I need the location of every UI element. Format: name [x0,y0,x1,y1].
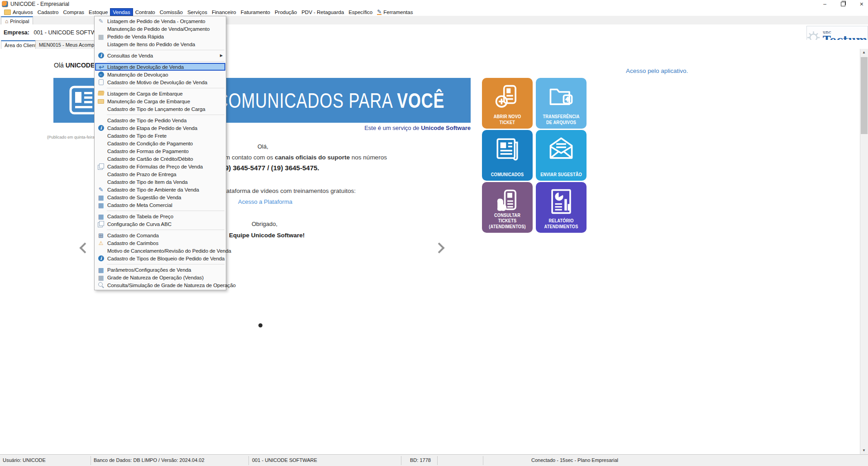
menu-item[interactable]: Cadastro de Carimbos [95,239,226,247]
tab-meus-acompanhamentos[interactable]: MEN0015 - Meus Acompanhament [35,40,97,49]
menu-item-icon [97,282,105,289]
vertical-scrollbar[interactable]: ▲ ▼ [860,49,868,454]
menu-item[interactable]: Cadastro de Meta Comercial [95,201,226,209]
access-app-link[interactable]: Acesso pelo aplicativo. [626,67,688,74]
menu-item-label: Consulta/Simulação de Grade de Natureza … [107,283,236,288]
tile-enviar-sugestao[interactable]: ENVIAR SUGESTÃO [536,130,587,181]
menubar-item-label: Serviços [187,10,207,15]
status-bar: Usuário: UNICODE Banco de Dados: DB LIMP… [0,454,868,466]
menu-item[interactable]: Cadastro de Tipo de Lançamento de Carga [95,105,226,113]
menu-item-icon [97,18,105,25]
menubar-item[interactable]: Vendas [110,8,133,16]
menu-item[interactable]: Manutenção de Devoluçao [95,71,226,78]
carousel-next-icon[interactable] [434,242,444,253]
menu-item [95,113,226,116]
restore-icon[interactable] [841,2,845,6]
menu-item[interactable]: Listagem de Pedido de Venda - Orçamento [95,17,226,25]
carousel-dot[interactable] [258,323,262,327]
menubar-item[interactable]: Financeiro [210,8,238,16]
tile-label: TRANSFERÊNCIA DE ARQUIVOS [539,114,583,125]
menubar-item[interactable]: Estoque [86,8,110,16]
menubar-item[interactable]: Ferramentas [375,8,415,16]
menu-item[interactable]: Cadastro de Motivo de Devolução de Venda [95,78,226,86]
menu-item[interactable]: Cadastro de Tabela de Preço [95,212,226,220]
menu-item[interactable]: Cadastro de Comanda [95,231,226,239]
menu-item-label: Configuração de Curva ABC [107,221,172,227]
menu-item[interactable]: Consulta/Simulação de Grade de Natureza … [95,281,226,289]
menubar-item[interactable]: Arquivos [2,8,35,16]
menubar-item[interactable]: Compras [61,8,86,16]
menu-item[interactable]: Cadastro de Tipo de Ambiente da Venda [95,186,226,193]
menubar-item[interactable]: Faturamento [238,8,272,16]
menu-item[interactable]: Motivo de Cancelamento/Revisão do Pedido… [95,247,226,255]
status-separator [401,456,401,465]
tile-consultar-tickets[interactable]: CONSULTAR TICKETS (ATENDIMENTOS) [482,182,533,233]
menu-item[interactable]: Manutenção de Carga de Embarque [95,97,226,105]
menu-item-icon [97,247,105,255]
carousel-prev-icon[interactable] [79,242,90,253]
menubar-item-label: Vendas [113,10,130,15]
menu-item[interactable]: Cadastro de Tipo de Pedido Venda [95,116,226,124]
menubar-item[interactable]: Serviços [185,8,210,16]
menu-item[interactable]: Cadastro de Cartão de Crédito/Débito [95,155,226,163]
menu-item-icon [97,178,105,186]
menu-item[interactable]: Manutenção de Pedido de Venda/Orçamento [95,25,226,33]
minimize-icon[interactable]: – [823,0,826,8]
menu-item[interactable]: Cadastro de Prazo de Entrega [95,170,226,178]
menu-item-label: Manutenção de Carga de Embarque [107,99,190,104]
service-note: Este é um serviço de Unicode Software [290,125,471,131]
platform-link[interactable]: Acesso a Plataforma [238,198,292,205]
menu-item[interactable]: Consultas de Venda [95,52,226,59]
menu-item-label: Cadastro de Tipo de Pedido Venda [107,118,186,123]
tile-transferencia-de-arquivos[interactable]: TRANSFERÊNCIA DE ARQUIVOS [536,78,587,129]
menubar-item[interactable]: Específico [346,8,375,16]
menu-item-label: Listagem de Carga de Embarque [107,91,183,96]
menu-item-label: Cadastro de Tipo de Ambiente da Venda [107,187,199,192]
service-note-prefix: Este é um serviço de [364,125,421,131]
window-title: UNICODE - Empresarial [10,1,69,7]
menu-item[interactable]: Listagem de Devolução de Venda [95,63,225,71]
menu-item[interactable]: Cadastro de Tipos de Bloqueio de Pedido … [95,255,226,262]
window-controls: – × [823,0,863,8]
menu-item-label: Cadastro de Tabela de Preço [107,214,173,219]
tile-relatorio-atendimentos[interactable]: RELATÓRIO ATENDIMENTOS [536,182,587,233]
menu-item[interactable]: Cadastro de Formas de Pagamento [95,147,226,155]
banner-title-bold: VOCÊ [397,89,444,112]
menu-item[interactable]: Listagem de Itens do Pedido de Venda [95,40,226,48]
menu-item[interactable]: Cadastro de Tipo de Item da Venda [95,178,226,186]
menu-item-label: Cadastro de Tipo de Item da Venda [107,179,188,185]
menubar-item[interactable]: Produção [272,8,299,16]
menu-item[interactable]: Cadastro de Condição de Pagamento [95,139,226,147]
support-phones: 9) 3645-5477 / (19) 3645-5475. [225,164,319,172]
menubar-item[interactable]: Comissão [157,8,185,16]
menu-item-label: Manutenção de Pedido de Venda/Orçamento [107,26,210,32]
menu-item-icon [97,71,105,78]
menubar-item[interactable]: Cadastro [35,8,61,16]
tab-principal[interactable]: ⌂ Principal [1,16,33,25]
menu-item[interactable]: Grade de Natureza de Operação (Vendas) [95,274,226,281]
menu-item-label: Cadastro de Sugestão de Venda [107,195,181,200]
menu-item-label: Listagem de Devolução de Venda [107,64,184,70]
menu-item[interactable]: Cadastro de Tipo de Frete [95,132,226,139]
application-window: UNICODE - Empresarial – × Arquivos Cadas… [0,0,868,466]
menu-item[interactable]: Cadastro de Fórmulas de Preço de Venda [95,163,226,170]
menubar-item[interactable]: PDV - Retaguarda [299,8,346,16]
menubar-item-label: Específico [348,10,372,15]
close-icon[interactable]: × [860,0,863,8]
menu-item[interactable]: Pedido de Venda Rápida [95,33,226,40]
hand-phone-icon [494,188,520,214]
menu-item[interactable]: Listagem de Carga de Embarque [95,90,226,97]
tile-comunicados[interactable]: COMUNICADOS [482,130,533,181]
scroll-up-icon[interactable]: ▲ [860,49,868,56]
menu-item[interactable]: Configuração de Curva ABC [95,220,226,228]
menu-item[interactable]: Cadastro de Sugestão de Venda [95,193,226,201]
scrollbar-thumb[interactable] [861,57,868,134]
scroll-down-icon[interactable]: ▼ [860,447,868,454]
menu-item[interactable]: Cadastro de Etapa de Pedido de Venda [95,124,226,132]
status-company: 001 - UNICODE SOFTWARE [252,455,317,466]
tile-label: CONSULTAR TICKETS (ATENDIMENTOS) [486,213,529,230]
tile-abrir-novo-ticket[interactable]: ABRIR NOVO TICKET [482,78,533,129]
menu-item[interactable]: Parâmetros/Configurações de Venda [95,266,226,274]
menubar-item[interactable]: Contrato [133,8,157,16]
menu-item-label: Cadastro de Tipo de Lançamento de Carga [107,106,205,112]
